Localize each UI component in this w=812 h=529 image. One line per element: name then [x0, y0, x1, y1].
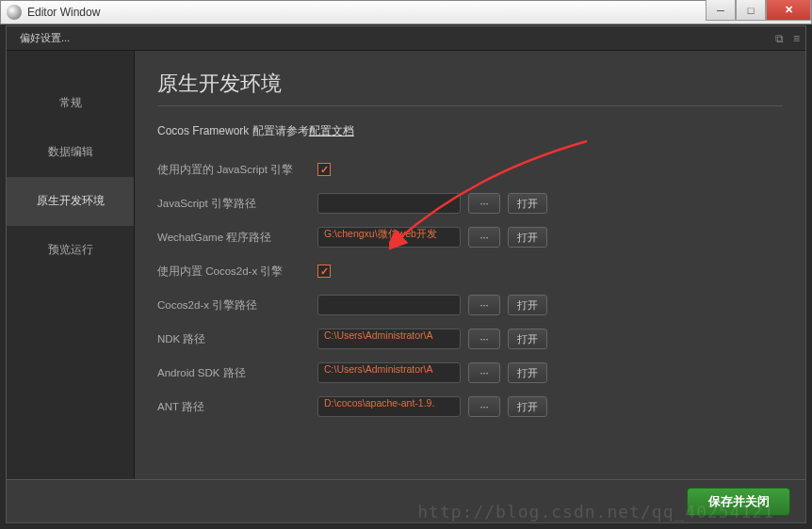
watermark: http://blog.csdn.net/qq_40254121	[417, 502, 774, 521]
input-ndk-path[interactable]: C:\Users\Administrator\A	[317, 329, 461, 349]
popout-icon[interactable]: ⧉	[775, 32, 784, 45]
divider	[157, 105, 783, 106]
sidebar-item-label: 数据编辑	[48, 144, 93, 160]
sidebar-item-native-env[interactable]: 原生开发环境	[7, 177, 134, 226]
input-cocos-path[interactable]	[317, 295, 461, 315]
open-js-engine[interactable]: 打开	[508, 193, 547, 214]
checkbox-use-builtin-cocos[interactable]: ✓	[317, 264, 331, 278]
input-ant-path[interactable]: D:\cocos\apache-ant-1.9.	[317, 396, 461, 417]
label-cocos-path: Cocos2d-x 引擎路径	[157, 298, 317, 313]
tabbar: 偏好设置... ⧉ ≡	[7, 26, 805, 51]
minimize-button[interactable]: ─	[706, 0, 736, 21]
sidebar-item-general[interactable]: 常规	[7, 79, 134, 128]
subtitle-text: Cocos Framework 配置请参考	[157, 124, 309, 137]
browse-cocos[interactable]: ···	[468, 295, 500, 315]
open-wechat[interactable]: 打开	[508, 227, 547, 248]
sidebar-item-preview[interactable]: 预览运行	[7, 226, 134, 275]
close-button[interactable]: ✕	[766, 0, 811, 21]
browse-sdk[interactable]: ···	[468, 362, 500, 383]
window-title: Editor Window	[27, 6, 706, 19]
menu-icon[interactable]: ≡	[793, 32, 800, 45]
checkbox-use-builtin-js[interactable]: ✓	[317, 163, 331, 176]
page-title: 原生开发环境	[157, 70, 783, 98]
label-ndk-path: NDK 路径	[157, 332, 317, 346]
sidebar: 常规 数据编辑 原生开发环境 预览运行	[7, 51, 135, 479]
label-js-engine-path: JavaScript 引擎路径	[157, 197, 317, 211]
tab-preferences[interactable]: 偏好设置...	[12, 29, 77, 47]
content: 常规 数据编辑 原生开发环境 预览运行 原生开发环境 Cocos Framewo…	[7, 51, 805, 479]
label-sdk-path: Android SDK 路径	[157, 366, 317, 380]
browse-ndk[interactable]: ···	[468, 329, 500, 349]
editor-window: 偏好设置... ⧉ ≡ 常规 数据编辑 原生开发环境 预览运行 原生开发环境 C…	[6, 25, 806, 523]
window-controls: ─ □ ✕	[706, 1, 811, 24]
input-js-engine-path[interactable]	[317, 193, 461, 214]
main-panel: 原生开发环境 Cocos Framework 配置请参考配置文档 使用内置的 J…	[135, 51, 805, 479]
sidebar-item-label: 预览运行	[48, 242, 93, 258]
maximize-button[interactable]: □	[736, 0, 766, 21]
open-cocos[interactable]: 打开	[508, 295, 547, 315]
browse-ant[interactable]: ···	[468, 396, 500, 417]
label-ant-path: ANT 路径	[157, 400, 317, 414]
label-use-builtin-js: 使用内置的 JavaScript 引擎	[157, 163, 317, 177]
browse-wechat[interactable]: ···	[468, 227, 500, 248]
app-icon	[7, 5, 22, 20]
open-sdk[interactable]: 打开	[508, 362, 547, 383]
sidebar-item-label: 常规	[59, 95, 82, 111]
open-ndk[interactable]: 打开	[508, 329, 547, 349]
label-use-builtin-cocos: 使用内置 Cocos2d-x 引擎	[157, 264, 317, 279]
input-wechat-path[interactable]: G:\chengxu\微信web开发	[317, 227, 461, 248]
sidebar-item-label: 原生开发环境	[37, 193, 105, 209]
sidebar-item-data-edit[interactable]: 数据编辑	[7, 128, 134, 177]
titlebar: Editor Window ─ □ ✕	[0, 0, 812, 24]
open-ant[interactable]: 打开	[508, 396, 547, 417]
label-wechat-path: WechatGame 程序路径	[157, 231, 317, 245]
config-docs-link[interactable]: 配置文档	[309, 124, 354, 137]
input-sdk-path[interactable]: C:\Users\Administrator\A	[317, 362, 461, 383]
subtitle: Cocos Framework 配置请参考配置文档	[157, 123, 783, 139]
browse-js-engine[interactable]: ···	[468, 193, 500, 214]
